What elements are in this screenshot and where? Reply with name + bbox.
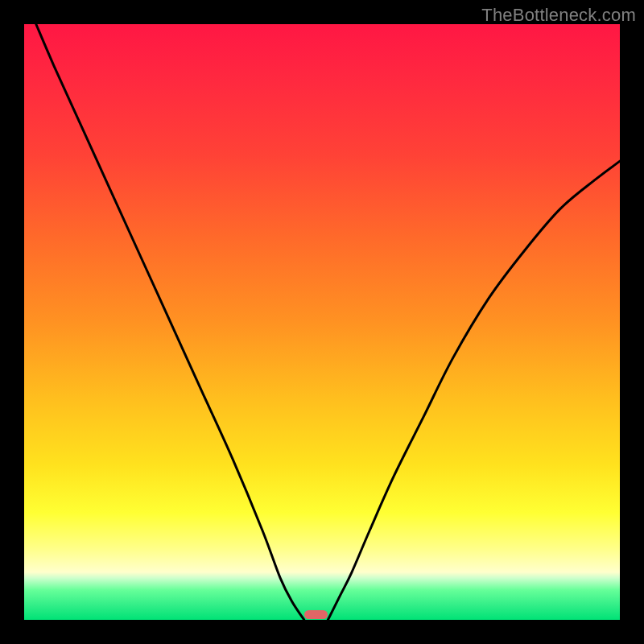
curve-right-branch (328, 161, 620, 620)
plot-area (24, 24, 620, 620)
watermark-text: TheBottleneck.com (481, 5, 636, 26)
optimum-marker (304, 610, 328, 619)
bottleneck-curve (24, 24, 620, 620)
chart-frame: TheBottleneck.com (0, 0, 644, 644)
curve-left-branch (36, 24, 304, 620)
